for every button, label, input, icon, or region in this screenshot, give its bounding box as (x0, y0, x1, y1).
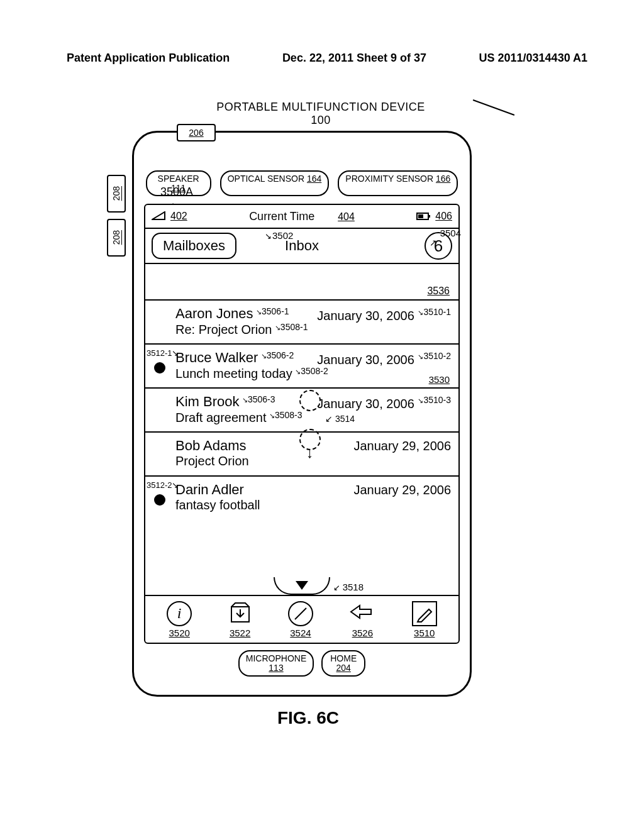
ref-404: 404 (338, 211, 355, 222)
label-3500a: 3500A (160, 185, 193, 199)
sender-4: Darin Adler (175, 482, 244, 497)
header-middle: Dec. 22, 2011 Sheet 9 of 37 (282, 52, 426, 65)
subject-ref-0: 3508-1 (275, 322, 308, 332)
ref-3518: 3518 (333, 582, 364, 592)
show-more-tab[interactable] (274, 577, 330, 595)
subject-4: fantasy football (175, 498, 260, 512)
sender-ref-0: 3506-1 (256, 306, 289, 316)
subject-2: Draft agreement (175, 411, 267, 425)
top-tab-206: 206 (177, 124, 216, 141)
chevron-down-icon (296, 581, 308, 590)
ref-3530: 3530 (429, 374, 450, 385)
current-time-text: Current Time (249, 210, 314, 223)
sender-2: Kim Brook (175, 394, 239, 409)
microphone-label: MICROPHONE (246, 653, 306, 663)
subject-1: Lunch meeting today (175, 367, 292, 381)
header-right: US 2011/0314430 A1 (479, 52, 587, 65)
toolbar-info[interactable]: i 3520 (167, 601, 192, 638)
proximity-num: 166 (436, 174, 450, 184)
top-tab-206-label: 206 (189, 128, 203, 138)
home-label: HOME (330, 653, 357, 663)
microphone-num: 113 (269, 663, 283, 673)
subject-0: Re: Project Orion (175, 323, 272, 337)
subject-ref-2: 3508-3 (269, 410, 303, 420)
device-title-text: PORTABLE MULTIFUNCTION DEVICE (216, 101, 425, 113)
ref-3524: 3524 (290, 628, 311, 638)
date-ref-2: 3510-3 (418, 395, 451, 405)
status-bar: 402 Current Time 404 406 (145, 205, 458, 228)
speaker-label: SPEAKER (158, 174, 199, 184)
email-row-0[interactable]: Aaron Jones 3506-1 Re: Project Orion 350… (145, 301, 458, 345)
date-text-0: January 30, 2006 (317, 309, 414, 323)
ref-3522: 3522 (230, 628, 250, 638)
info-icon: i (167, 601, 192, 626)
figure-label: FIG. 6C (107, 708, 509, 728)
email-row-2[interactable]: Kim Brook 3506-3 Draft agreement 3508-3 … (145, 389, 458, 433)
signal-icon (152, 210, 165, 223)
ref-3526: 3526 (352, 628, 373, 638)
sender-ref-2: 3506-3 (242, 394, 275, 404)
screen: 402 Current Time 404 406 (144, 204, 460, 644)
date-text-2: January 30, 2006 (317, 397, 414, 411)
device-outline: 206 3500A ⤷ SPEAKER 111 OPTICAL SENSOR 1… (132, 131, 472, 697)
ref-3520: 3520 (169, 628, 190, 638)
gesture-arrow-down: ↓ (306, 445, 313, 462)
toolbar-move[interactable]: 3522 (228, 600, 253, 638)
page-header: Patent Application Publication Dec. 22, … (67, 52, 587, 65)
reply-icon (348, 600, 376, 626)
date-3: January 29, 2006 (353, 439, 451, 453)
mailboxes-button[interactable]: Mailboxes (152, 233, 236, 259)
date-ref-1: 3510-2 (418, 351, 451, 361)
compose-icon (412, 601, 437, 626)
optical-num: 164 (307, 174, 321, 184)
date-ref-0: 3510-1 (418, 307, 451, 317)
date-text-4: January 29, 2006 (353, 483, 451, 497)
ref-3504: 3504 (440, 228, 461, 238)
date-2: January 30, 2006 3510-3 (317, 395, 451, 411)
ref-3514: ↙ 3514 (325, 414, 355, 424)
search-strip[interactable]: 3536 (145, 264, 458, 301)
proximity-label: PROXIMITY SENSOR (345, 174, 433, 184)
email-row-4[interactable]: 3512-2↘ Darin Adler fantasy football Jan… (145, 477, 458, 521)
date-1: January 30, 2006 3510-2 (317, 351, 451, 367)
move-to-inbox-icon (228, 600, 253, 626)
date-text-1: January 30, 2006 (317, 353, 414, 367)
date-4: January 29, 2006 (353, 483, 451, 497)
device-title: PORTABLE MULTIFUNCTION DEVICE 100 (132, 101, 509, 127)
dot-ref-4: 3512-2↘ (147, 480, 179, 490)
date-text-3: January 29, 2006 (353, 439, 451, 453)
home-num: 204 (336, 663, 351, 673)
sender-ref-1: 3506-2 (261, 350, 294, 360)
header-left: Patent Application Publication (67, 52, 230, 65)
subject-3: Project Orion (175, 454, 249, 468)
toolbar-reply[interactable]: 3526 (348, 600, 376, 638)
email-row-3[interactable]: Bob Adams Project Orion January 29, 2006… (145, 433, 458, 477)
subject-ref-1: 3508-2 (295, 366, 328, 376)
battery-icon (416, 212, 431, 221)
sender-1: Bruce Walker (175, 350, 258, 365)
inbox-title: Inbox (285, 238, 319, 254)
svg-rect-1 (418, 214, 423, 218)
ref-402: 402 (170, 211, 187, 222)
toolbar-block[interactable]: 3524 (288, 601, 313, 638)
bottom-sensors: MICROPHONE 113 HOME 204 (144, 650, 460, 676)
svg-line-3 (295, 608, 306, 619)
ref-3536: 3536 (427, 285, 450, 297)
microphone-oval: MICROPHONE 113 (238, 650, 314, 676)
toolbar: i 3520 3522 3524 (145, 595, 458, 643)
unread-dot-1 (154, 362, 165, 374)
home-oval[interactable]: HOME 204 (321, 650, 365, 676)
figure-area: 208 208 PORTABLE MULTIFUNCTION DEVICE 10… (107, 101, 509, 728)
sender-0: Aaron Jones (175, 306, 253, 321)
optical-label: OPTICAL SENSOR (228, 174, 304, 184)
optical-sensor-oval: OPTICAL SENSOR 164 (220, 170, 330, 196)
svg-rect-2 (428, 215, 430, 218)
dot-ref-1: 3512-1↘ (147, 348, 179, 358)
battery-area: 406 (416, 211, 452, 222)
email-row-1[interactable]: 3512-1↘ Bruce Walker 3506-2 Lunch meetin… (145, 345, 458, 389)
block-icon (288, 601, 313, 626)
ref-3504-hook: ↗ (430, 238, 437, 248)
toolbar-compose[interactable]: 3510 (412, 601, 437, 638)
email-list[interactable]: Aaron Jones 3506-1 Re: Project Orion 350… (145, 301, 458, 521)
proximity-sensor-oval: PROXIMITY SENSOR 166 (338, 170, 458, 196)
